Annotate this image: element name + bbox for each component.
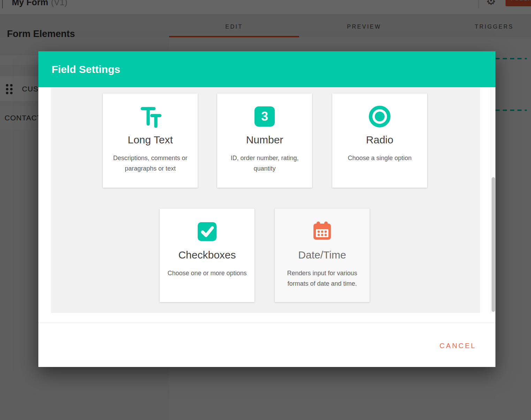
field-card-long-text[interactable]: Long Text Descriptions, comments or para… (103, 93, 198, 188)
modal-scrollbar-track[interactable] (491, 87, 495, 313)
number-icon: 3 (217, 105, 312, 128)
field-card-title: Checkboxes (160, 249, 255, 261)
field-card-title: Long Text (103, 134, 198, 146)
radio-icon (332, 105, 427, 128)
field-card-description: ID, order number, rating, quantity (217, 153, 312, 174)
field-card-description: Choose one or more options (160, 268, 255, 278)
field-card-datetime[interactable]: Date/Time Renders input for various form… (275, 209, 370, 302)
modal-footer: CANCEL (38, 323, 495, 367)
modal-header: Field Settings (38, 51, 495, 87)
modal-title: Field Settings (52, 51, 120, 87)
cancel-button[interactable]: CANCEL (438, 342, 478, 350)
field-card-description: Choose a single option (332, 153, 427, 163)
field-card-description: Descriptions, comments or paragraphs or … (103, 153, 198, 174)
field-card-title: Number (217, 134, 312, 146)
field-settings-modal: Field Settings Long Text Descriptions, c… (38, 51, 495, 367)
field-type-list: Long Text Descriptions, comments or para… (51, 87, 480, 313)
calendar-icon (275, 220, 370, 243)
field-card-description: Renders input for various formats of dat… (275, 268, 370, 289)
checkbox-icon (160, 220, 255, 243)
field-card-checkboxes[interactable]: Checkboxes Choose one or more options (160, 209, 255, 302)
field-card-title: Date/Time (275, 249, 370, 261)
long-text-icon (103, 105, 198, 128)
field-card-radio[interactable]: Radio Choose a single option (332, 93, 427, 188)
field-card-title: Radio (332, 134, 427, 146)
field-card-number[interactable]: 3 Number ID, order number, rating, quant… (217, 93, 312, 188)
form-builder-app: My Form(V1) REVISIONS ⚙ PUBLISH Form Ele… (0, 0, 531, 420)
modal-scrollbar-thumb[interactable] (492, 177, 495, 312)
